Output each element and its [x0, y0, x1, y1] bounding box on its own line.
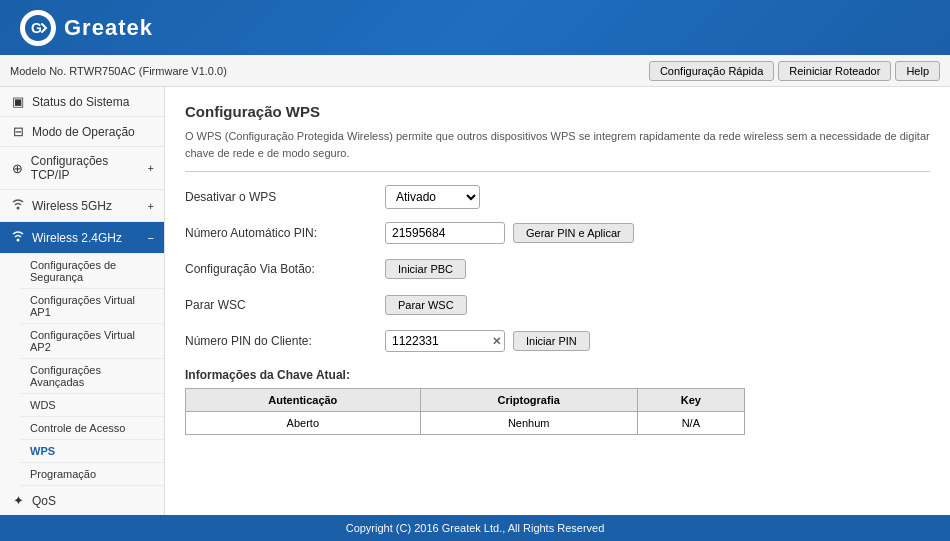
- page-title: Configuração WPS: [185, 103, 930, 120]
- cell-key: N/A: [637, 412, 744, 435]
- disable-wps-label: Desativar o WPS: [185, 190, 385, 204]
- sidebar-item-vap2[interactable]: Configurações Virtual AP2: [20, 324, 164, 359]
- info-title: Informações da Chave Atual:: [185, 368, 930, 382]
- logo-text: Greatek: [64, 15, 153, 41]
- help-button[interactable]: Help: [895, 61, 940, 81]
- content-area: Configuração WPS O WPS (Configuração Pro…: [165, 87, 950, 515]
- col-autenticacao: Autenticação: [186, 389, 421, 412]
- sidebar-sub-label: Controle de Acesso: [30, 422, 125, 434]
- sidebar-item-wireless24[interactable]: Wireless 2.4GHz −: [0, 222, 164, 254]
- footer: Copyright (C) 2016 Greatek Ltd., All Rig…: [0, 515, 950, 541]
- quick-config-button[interactable]: Configuração Rápida: [649, 61, 774, 81]
- toolbar-buttons: Configuração Rápida Reiniciar Roteador H…: [649, 61, 940, 81]
- toolbar: Modelo No. RTWR750AC (Firmware V1.0.0) C…: [0, 55, 950, 87]
- pin-input-wrapper: ✕: [385, 330, 505, 352]
- col-key: Key: [637, 389, 744, 412]
- sidebar-sub-label: Configurações de Segurança: [30, 259, 154, 283]
- sidebar-item-prog[interactable]: Programação: [20, 463, 164, 486]
- monitor-icon: ▣: [10, 94, 26, 109]
- sidebar-sub-label: Configurações Avançadas: [30, 364, 154, 388]
- network-icon: ⊕: [10, 161, 25, 176]
- table-row: Aberto Nenhum N/A: [186, 412, 745, 435]
- stop-wsc-label: Parar WSC: [185, 298, 385, 312]
- auto-pin-control: Gerar PIN e Aplicar: [385, 222, 634, 244]
- mode-icon: ⊟: [10, 124, 26, 139]
- via-button-row: Configuração Via Botão: Iniciar PBC: [185, 256, 930, 282]
- sidebar-item-status[interactable]: ▣ Status do Sistema: [0, 87, 164, 117]
- svg-point-2: [17, 207, 20, 210]
- stop-wsc-row: Parar WSC Parar WSC: [185, 292, 930, 318]
- auto-pin-input[interactable]: [385, 222, 505, 244]
- wifi-icon: [10, 229, 26, 246]
- page-description: O WPS (Configuração Protegida Wireless) …: [185, 128, 930, 172]
- client-pin-input[interactable]: [385, 330, 505, 352]
- sidebar-item-wireless5[interactable]: Wireless 5GHz +: [0, 190, 164, 222]
- sidebar-item-label: Configurações TCP/IP: [31, 154, 142, 182]
- cell-autenticacao: Aberto: [186, 412, 421, 435]
- col-criptografia: Criptografia: [420, 389, 637, 412]
- info-table: Autenticação Criptografia Key Aberto Nen…: [185, 388, 745, 435]
- disable-wps-control: Ativado Desativado: [385, 185, 480, 209]
- sidebar: ▣ Status do Sistema ⊟ Modo de Operação ⊕…: [0, 87, 165, 515]
- disable-wps-select[interactable]: Ativado Desativado: [385, 185, 480, 209]
- sidebar-item-wps[interactable]: WPS: [20, 440, 164, 463]
- wifi-icon: [10, 197, 26, 214]
- auto-pin-label: Número Automático PIN:: [185, 226, 385, 240]
- sidebar-sub-wireless24: Configurações de Segurança Configurações…: [0, 254, 164, 486]
- header: G Greatek: [0, 0, 950, 55]
- model-info: Modelo No. RTWR750AC (Firmware V1.0.0): [10, 65, 227, 77]
- sidebar-item-advanced[interactable]: Configurações Avançadas: [20, 359, 164, 394]
- expand-icon: +: [148, 200, 154, 212]
- sidebar-item-mode[interactable]: ⊟ Modo de Operação: [0, 117, 164, 147]
- main-layout: ▣ Status do Sistema ⊟ Modo de Operação ⊕…: [0, 87, 950, 515]
- sidebar-item-wds[interactable]: WDS: [20, 394, 164, 417]
- sidebar-item-label: Wireless 2.4GHz: [32, 231, 122, 245]
- restart-button[interactable]: Reiniciar Roteador: [778, 61, 891, 81]
- sidebar-sub-label: WPS: [30, 445, 55, 457]
- svg-text:G: G: [31, 20, 42, 36]
- sidebar-sub-label: Programação: [30, 468, 96, 480]
- auto-pin-row: Número Automático PIN: Gerar PIN e Aplic…: [185, 220, 930, 246]
- sidebar-item-security[interactable]: Configurações de Segurança: [20, 254, 164, 289]
- iniciar-pbc-button[interactable]: Iniciar PBC: [385, 259, 466, 279]
- parar-wsc-button[interactable]: Parar WSC: [385, 295, 467, 315]
- client-pin-row: Número PIN do Cliente: ✕ Iniciar PIN: [185, 328, 930, 354]
- sidebar-sub-label: Configurações Virtual AP2: [30, 329, 154, 353]
- expand-icon: +: [148, 162, 154, 174]
- info-section: Informações da Chave Atual: Autenticação…: [185, 368, 930, 435]
- logo-icon: G: [20, 10, 56, 46]
- client-pin-control: ✕ Iniciar PIN: [385, 330, 590, 352]
- cell-criptografia: Nenhum: [420, 412, 637, 435]
- logo-area: G Greatek: [20, 10, 153, 46]
- qos-icon: ✦: [10, 493, 26, 508]
- pin-clear-button[interactable]: ✕: [492, 335, 501, 348]
- table-header-row: Autenticação Criptografia Key: [186, 389, 745, 412]
- sidebar-item-label: Wireless 5GHz: [32, 199, 112, 213]
- iniciar-pin-button[interactable]: Iniciar PIN: [513, 331, 590, 351]
- sidebar-item-label: QoS: [32, 494, 56, 508]
- footer-text: Copyright (C) 2016 Greatek Ltd., All Rig…: [346, 522, 605, 534]
- sidebar-item-tcp[interactable]: ⊕ Configurações TCP/IP +: [0, 147, 164, 190]
- gen-pin-button[interactable]: Gerar PIN e Aplicar: [513, 223, 634, 243]
- sidebar-item-access[interactable]: Controle de Acesso: [20, 417, 164, 440]
- sidebar-item-qos[interactable]: ✦ QoS: [0, 486, 164, 515]
- disable-wps-row: Desativar o WPS Ativado Desativado: [185, 184, 930, 210]
- svg-point-3: [17, 239, 20, 242]
- sidebar-item-vap1[interactable]: Configurações Virtual AP1: [20, 289, 164, 324]
- client-pin-label: Número PIN do Cliente:: [185, 334, 385, 348]
- sidebar-sub-label: Configurações Virtual AP1: [30, 294, 154, 318]
- sidebar-item-label: Status do Sistema: [32, 95, 129, 109]
- sidebar-item-label: Modo de Operação: [32, 125, 135, 139]
- sidebar-sub-label: WDS: [30, 399, 56, 411]
- expand-icon: −: [148, 232, 154, 244]
- via-button-label: Configuração Via Botão:: [185, 262, 385, 276]
- via-button-control: Iniciar PBC: [385, 259, 466, 279]
- stop-wsc-control: Parar WSC: [385, 295, 467, 315]
